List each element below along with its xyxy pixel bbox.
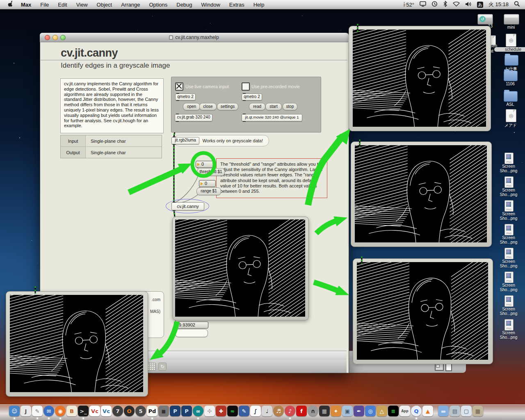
button-open[interactable]: open (183, 103, 200, 110)
dock-trash[interactable]: ▦ (472, 406, 483, 416)
qmetro-right-object[interactable]: qmetro 2 (242, 94, 262, 100)
menu-file[interactable]: File (36, 2, 53, 8)
menu-debug[interactable]: Debug (172, 2, 196, 8)
button-settings[interactable]: settings (217, 103, 238, 110)
float-numberbox[interactable]: 29.93902 (174, 322, 208, 329)
screenshot-file-icon[interactable]: PNG (504, 295, 514, 307)
menu-window[interactable]: Window (197, 2, 225, 8)
button-read[interactable]: read (249, 103, 265, 110)
dock-toolkit[interactable]: ✚ (216, 406, 226, 416)
menu-clock[interactable]: 火 15:18 (488, 1, 509, 8)
screenshot-file-label[interactable]: ScreenSho...png (492, 259, 525, 268)
screenshot-file-icon[interactable]: PNG (504, 224, 514, 235)
volume-icon[interactable] (465, 1, 472, 8)
dock-photos[interactable]: ▣ (342, 406, 353, 416)
spotlight-icon[interactable] (514, 1, 520, 8)
threshold-numberbox[interactable]: 0 (196, 161, 214, 168)
dock-disc[interactable]: ◎ (365, 406, 376, 416)
threshold-message[interactable]: threshold $1 (197, 168, 225, 176)
refresh-toggle-icon[interactable]: ↻ (158, 363, 167, 371)
desktop-icon-label[interactable]: schedule (494, 47, 525, 52)
menu-arrange[interactable]: Arrange (116, 2, 144, 8)
button-stop[interactable]: stop (283, 103, 297, 110)
grid-toggle-icon[interactable] (148, 363, 156, 371)
menu-view[interactable]: View (72, 2, 92, 8)
dock-headphones[interactable]: ∩ (308, 406, 318, 416)
dock-bbedit[interactable]: B (66, 406, 77, 416)
dock-app-seven[interactable]: 7 (112, 406, 123, 416)
dock-app-five[interactable]: 5 (135, 406, 146, 416)
desktop-icon-label[interactable]: メアド (494, 123, 525, 128)
rgb2luma-object[interactable]: jit.rgb2luma (171, 137, 199, 144)
dock-vlc[interactable]: ▲ (422, 406, 433, 416)
dock-terminal[interactable]: >_ (78, 406, 89, 416)
menu-options[interactable]: Options (144, 2, 172, 8)
dock-finder[interactable]: ☺ (9, 406, 20, 416)
desktop-icon-6[interactable]: ◎ (506, 109, 516, 122)
dock-fox[interactable]: ✦ (331, 406, 341, 416)
menu-help[interactable]: Help (249, 2, 269, 8)
screenshot-file-icon[interactable]: PNG (504, 153, 514, 164)
live-camera-checkbox[interactable] (175, 82, 183, 91)
screenshot-file-icon[interactable]: PNG (504, 248, 514, 259)
screenshot-file-label[interactable]: ScreenSho...png (492, 331, 525, 340)
dock-pen[interactable]: ✒ (354, 406, 364, 416)
dock-appcleaner[interactable]: App (399, 406, 410, 416)
time-machine-drive-icon[interactable]: ↺ (477, 14, 493, 25)
desktop-icon-label[interactable]: mini (495, 25, 525, 30)
screenshot-file-label[interactable]: ScreenSho...png (492, 212, 525, 221)
dock-notebook[interactable]: ✎ (239, 406, 249, 416)
display-icon[interactable] (420, 1, 426, 8)
desktop-icon-label[interactable]: 1106 (494, 82, 525, 86)
dock-textedit[interactable]: ✎ (32, 406, 43, 416)
movie-checkbox[interactable] (242, 82, 250, 91)
wifi-icon[interactable] (453, 1, 460, 8)
dock-pinwheel[interactable]: ✣ (204, 406, 215, 416)
dock-spectrum[interactable]: ≡ (388, 406, 399, 416)
dock-stacks[interactable]: ▤ (450, 406, 460, 416)
desktop-icon-label[interactable]: ASL (494, 102, 525, 107)
dock-grapher[interactable]: ∫ (250, 406, 261, 416)
dock-thunderbird[interactable]: ✉ (43, 406, 54, 416)
time-machine-icon[interactable] (431, 1, 438, 8)
screenshot-file-icon[interactable]: PNG (504, 200, 514, 212)
desktop-icon-3[interactable] (504, 55, 518, 66)
dock-journler[interactable]: J (21, 406, 31, 416)
zoom-button[interactable] (60, 35, 66, 40)
dock-cube[interactable]: ◼ (158, 406, 169, 416)
dock-keynote[interactable]: △ (377, 406, 387, 416)
desktop-icon-4[interactable] (504, 71, 518, 81)
dock-vnc-server[interactable]: Vc (101, 406, 112, 416)
screenshot-file-label[interactable]: ScreenSho...png (492, 283, 525, 292)
desktop-icon-5[interactable] (504, 91, 518, 102)
button-start[interactable]: start (265, 103, 282, 110)
screenshot-file-label[interactable]: ScreenSho...png (492, 164, 525, 173)
screenshot-file-icon[interactable]: PNG (504, 272, 514, 283)
qmetro-left-object[interactable]: qmetro 2 (175, 94, 196, 100)
dock-opera[interactable]: O (124, 406, 135, 416)
empty-message[interactable] (175, 329, 208, 337)
patcher-mode-icon[interactable] (435, 363, 444, 371)
dock-folder-docs[interactable]: ▬ (438, 406, 449, 416)
dock-processing-2[interactable]: P (181, 406, 192, 416)
dock-window-app[interactable]: ▢ (461, 406, 472, 416)
screenshot-file-icon[interactable]: PNG (504, 176, 514, 188)
menu-extras[interactable]: Extras (225, 2, 249, 8)
dock-audio-midi[interactable]: ♩ (262, 406, 272, 416)
screenshot-file-label[interactable]: ScreenSho...png (492, 235, 525, 244)
dock-garageband[interactable]: ♬ (273, 406, 284, 416)
dock-pure-data[interactable]: Pd (147, 406, 158, 416)
movie-object[interactable]: jit.qt.movie 320 240 @unique 1 (242, 114, 302, 121)
temperature-menu-extra[interactable]: TMP 52° (404, 2, 414, 8)
dock-processing-1[interactable]: P (170, 406, 180, 416)
dock-imovie[interactable]: ▦ (319, 406, 330, 416)
apple-menu-icon[interactable] (5, 1, 16, 9)
grab-object[interactable]: cv.jit.grab 320 240 (175, 114, 212, 121)
close-button[interactable] (45, 35, 50, 40)
dock-quicktime[interactable]: Q (411, 406, 422, 416)
menu-object[interactable]: Object (92, 2, 117, 8)
desktop-icon-2[interactable]: ◎ (506, 34, 516, 47)
screenshot-file-label[interactable]: ScreenSho...png (492, 307, 525, 316)
menu-max[interactable]: Max (16, 2, 36, 8)
screenshot-file-label[interactable]: ScreenSho...png (492, 188, 525, 197)
